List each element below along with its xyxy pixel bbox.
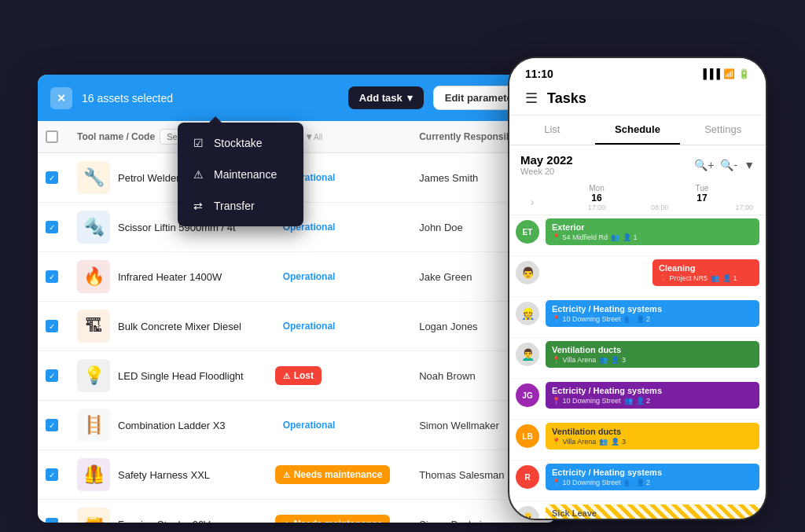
tool-image: 🏗	[77, 310, 110, 343]
tool-name: Bulk Concrete Mixer Diesel	[118, 321, 241, 332]
tool-image: 🦺	[77, 458, 110, 491]
schedule-row: ET Exterior 📍 54 Midfield Rd 👥 👤 1	[509, 215, 766, 256]
tool-image: 🔥	[77, 260, 110, 293]
task-cards: Sick Leave	[546, 504, 759, 520]
status-filter-icon[interactable]: ▾	[307, 131, 311, 142]
table-row: ✓ 🔫 Fencing Stapler 20V ⚠ Needs maintena…	[38, 500, 557, 523]
status-badge: Operational	[275, 416, 344, 435]
phone-panel: 11:10 ▐▐▐ 📶 🔋 ☰ Tasks List Schedule Sett…	[508, 57, 767, 520]
stocktake-icon: ☑	[190, 135, 206, 151]
signal-icon: ▐▐▐	[700, 68, 720, 79]
tool-name: LED Single Head Floodlight	[118, 370, 244, 382]
schedule-rows: ET Exterior 📍 54 Midfield Rd 👥 👤 1 👨 Cle…	[509, 215, 766, 520]
filter-icon[interactable]: ▼	[744, 159, 755, 171]
task-card[interactable]: Ectricity / Heating systems 📍 10 Downing…	[546, 300, 759, 327]
table-row: ✓ 💡 LED Single Head Floodlight ⚠ Lost No…	[38, 351, 557, 401]
tool-name: Petrol Welder	[118, 172, 180, 184]
row-checkbox[interactable]: ✓	[46, 171, 58, 184]
close-button[interactable]: ✕	[50, 87, 72, 109]
task-cards: Ventilation ducts 📍 Villa Arena 👥 👤 3	[546, 341, 759, 368]
status-cell: Operational	[264, 401, 408, 450]
tool-image: 💡	[77, 359, 110, 392]
selected-count: 16 assets selected	[82, 92, 339, 105]
tool-image: 🔧	[77, 161, 110, 194]
zoom-in-icon[interactable]: 🔍+	[694, 159, 714, 171]
maintenance-icon: ⚠	[190, 167, 206, 182]
schedule-controls: 🔍+ 🔍- ▼	[694, 159, 755, 171]
status-cell: ⚠ Lost	[264, 351, 408, 401]
table-row: ✓ 🦺 Safety Harness XXL ⚠ Needs maintenan…	[38, 450, 557, 500]
schedule-row: LB Ventilation ducts 📍 Villa Arena 👥 👤 3	[509, 420, 766, 460]
status-badge: ⚠ Needs maintenance	[275, 515, 391, 523]
tool-image: 🪜	[77, 409, 110, 442]
task-card[interactable]: Ectricity / Heating systems 📍 10 Downing…	[546, 464, 759, 490]
task-card[interactable]: Ectricity / Heating systems 📍 10 Downing…	[546, 382, 759, 409]
status-badge: Operational	[275, 317, 344, 336]
avatar: 👷	[516, 302, 539, 325]
panel-header: ✕ 16 assets selected Add task ▾ Edit par…	[38, 75, 557, 121]
row-checkbox[interactable]: ✓	[46, 221, 58, 233]
task-card[interactable]: Exterior 📍 54 Midfield Rd 👥 👤 1	[546, 218, 759, 245]
schedule-day-headers: › Mon 16 17:00 Tue 17 08:00 17:00	[509, 181, 766, 215]
schedule-header: May 2022 Week 20 🔍+ 🔍- ▼	[509, 145, 766, 181]
tab-list[interactable]: List	[509, 116, 595, 145]
hamburger-icon[interactable]: ☰	[525, 90, 538, 107]
avatar: R	[516, 465, 539, 489]
schedule-row: 👷 Ectricity / Heating systems 📍 10 Downi…	[509, 297, 766, 338]
status-filter-value: All	[314, 133, 322, 141]
table-row: ✓ 🏗 Bulk Concrete Mixer Diesel Operation…	[38, 302, 557, 351]
status-badge: Operational	[275, 267, 344, 286]
task-cards: Ventilation ducts 📍 Villa Arena 👥 👤 3	[546, 423, 759, 449]
row-checkbox[interactable]: ✓	[46, 518, 58, 523]
transfer-icon: ⇄	[190, 198, 206, 214]
task-card[interactable]: Sick Leave	[546, 504, 759, 520]
dropdown-item-stocktake[interactable]: ☑ Stocktake	[178, 127, 303, 159]
avatar: JG	[516, 383, 539, 407]
tool-name: Fencing Stapler 20V	[118, 519, 211, 523]
status-cell: Operational	[264, 302, 408, 351]
schedule-row: 👨‍🦲 Sick Leave	[509, 501, 766, 520]
status-badge: ⚠ Needs maintenance	[275, 465, 391, 484]
table-row: ✓ 🔥 Infrared Heater 1400W Operational Ja…	[38, 252, 557, 302]
phone-system-icons: ▐▐▐ 📶 🔋	[700, 68, 750, 79]
task-cards: Ectricity / Heating systems 📍 10 Downing…	[546, 300, 759, 327]
tool-name: Combination Ladder X3	[118, 420, 226, 431]
month-label: May 2022	[520, 153, 573, 167]
tab-settings[interactable]: Settings	[680, 116, 766, 145]
week-label: Week 20	[520, 167, 573, 176]
tool-image: 🔫	[77, 508, 110, 523]
tool-name: Infrared Heater 1400W	[118, 271, 222, 283]
status-badge: ⚠ Lost	[275, 366, 322, 385]
day-col-mon: Mon 16 17:00	[544, 181, 649, 215]
add-task-dropdown: ☑ Stocktake ⚠ Maintenance ⇄ Transfer	[178, 123, 303, 226]
row-checkbox[interactable]: ✓	[46, 468, 58, 481]
tool-image: 🔩	[77, 211, 110, 244]
task-card[interactable]: Ventilation ducts 📍 Villa Arena 👥 👤 3	[546, 341, 759, 368]
schedule-row: 👨‍🦱 Ventilation ducts 📍 Villa Arena 👥 👤 …	[509, 338, 766, 379]
dropdown-item-maintenance[interactable]: ⚠ Maintenance	[178, 159, 303, 190]
phone-app-header: ☰ Tasks	[509, 85, 766, 116]
avatar: LB	[516, 424, 539, 448]
zoom-out-icon[interactable]: 🔍-	[720, 159, 737, 171]
status-cell: Operational	[264, 252, 408, 302]
row-checkbox[interactable]: ✓	[46, 270, 58, 283]
task-card[interactable]: Cleaning 📍 Project NR5 👥 👤 1	[652, 259, 759, 286]
row-checkbox[interactable]: ✓	[46, 320, 58, 332]
task-card[interactable]: Ventilation ducts 📍 Villa Arena 👥 👤 3	[546, 423, 759, 449]
select-all-checkbox[interactable]	[46, 130, 58, 143]
scroll-left-button[interactable]: ›	[520, 181, 544, 215]
day-col-tue: Tue 17 08:00 17:00	[649, 181, 755, 215]
schedule-row: 👨 Cleaning 📍 Project NR5 👥 👤 1	[509, 256, 766, 297]
table-row: ✓ 🪜 Combination Ladder X3 Operational Si…	[38, 401, 557, 450]
dropdown-item-transfer[interactable]: ⇄ Transfer	[178, 190, 303, 222]
row-checkbox[interactable]: ✓	[46, 419, 58, 431]
task-cards: Ectricity / Heating systems 📍 10 Downing…	[546, 464, 759, 490]
task-cards: Ectricity / Heating systems 📍 10 Downing…	[546, 382, 759, 409]
add-task-button[interactable]: Add task ▾	[348, 86, 424, 109]
row-checkbox[interactable]: ✓	[46, 369, 58, 382]
tab-schedule[interactable]: Schedule	[595, 116, 681, 145]
task-cards: Exterior 📍 54 Midfield Rd 👥 👤 1	[546, 218, 759, 245]
status-bar: 11:10 ▐▐▐ 📶 🔋	[509, 58, 766, 85]
phone-tab-bar: List Schedule Settings	[509, 116, 766, 145]
avatar: 👨	[516, 261, 539, 284]
